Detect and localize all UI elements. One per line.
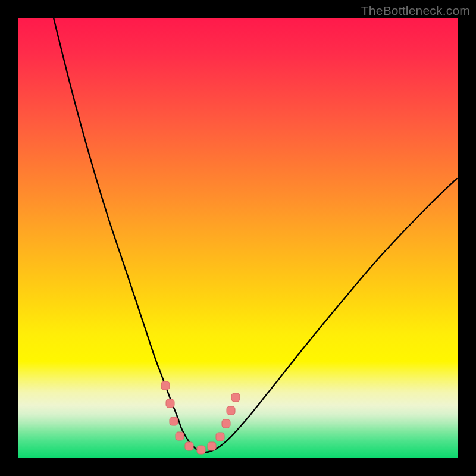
- bottleneck-curve-path: [54, 18, 457, 452]
- curve-marker: [166, 399, 174, 408]
- outer-frame: TheBottleneck.com: [0, 0, 476, 476]
- curve-marker: [222, 419, 230, 428]
- curve-marker: [227, 406, 235, 415]
- curve-marker: [216, 433, 224, 441]
- curve-marker: [231, 393, 240, 402]
- curve-marker: [176, 432, 184, 440]
- marker-group: [161, 381, 240, 454]
- curve-marker: [161, 381, 170, 390]
- curve-marker: [208, 442, 216, 450]
- chart-plot-area: [18, 18, 458, 458]
- watermark-text: TheBottleneck.com: [361, 4, 470, 18]
- curve-marker: [185, 442, 193, 450]
- curve-marker: [197, 446, 205, 454]
- curve-marker: [170, 417, 178, 425]
- bottleneck-curve-svg: [18, 18, 458, 458]
